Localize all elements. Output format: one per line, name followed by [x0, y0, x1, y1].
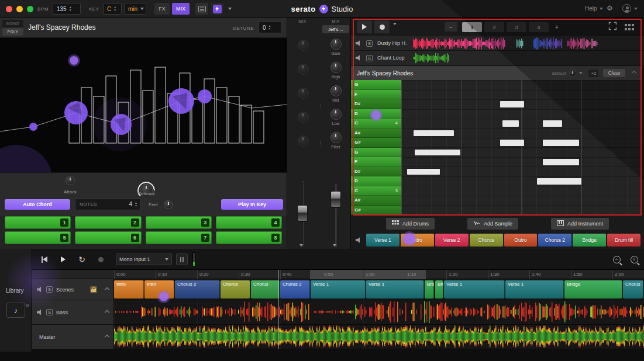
zoom-window-icon[interactable] — [27, 6, 33, 12]
midi-note[interactable] — [543, 140, 579, 146]
midi-note[interactable] — [543, 120, 562, 127]
pack-dropdown[interactable] — [226, 3, 234, 15]
piano-key-g[interactable]: G — [351, 148, 401, 158]
mixer-knob-high[interactable] — [330, 62, 342, 73]
detune-value-box[interactable]: 0 ▲▼ — [259, 22, 282, 33]
bar-length-button-2[interactable]: 2 — [484, 22, 504, 32]
mixer-strip2-channel-name[interactable]: Jeff's ... — [322, 25, 349, 33]
mixer-knob[interactable] — [298, 88, 309, 99]
collapse-chevron-icon[interactable] — [105, 287, 109, 291]
piano-key-f[interactable]: F — [351, 157, 401, 167]
instrument-pad-2[interactable]: 2 — [75, 216, 141, 229]
piano-roll-grid[interactable] — [401, 80, 642, 215]
piano-key-d-[interactable]: D# — [351, 167, 401, 177]
notes-count-box[interactable]: NOTES 4 ▲▼ — [75, 198, 140, 210]
instrument-pad-8[interactable]: 8 — [216, 231, 282, 244]
strip2-fader[interactable] — [331, 192, 340, 207]
gear-icon[interactable]: ⚙ — [607, 4, 613, 12]
input-source-dropdown[interactable]: Mono Input 1 — [116, 254, 172, 265]
lock-icon[interactable] — [90, 286, 97, 293]
key-stepper[interactable]: ▲▼ — [113, 6, 116, 12]
mixer-knob-mid[interactable] — [330, 85, 342, 96]
midi-note[interactable] — [502, 120, 519, 127]
strip1-fader[interactable] — [298, 206, 307, 221]
piano-key-a-[interactable]: A# — [351, 129, 401, 138]
midi-note[interactable] — [500, 101, 524, 107]
timeline-scene-block-intro[interactable]: Intro — [114, 280, 144, 298]
bpm-value-box[interactable]: 135 ▲▼ — [53, 3, 81, 15]
scene-button-chorus-2[interactable]: Chorus 2 — [538, 234, 571, 247]
piano-key-a-[interactable]: A# — [351, 196, 401, 206]
track-row-dusty[interactable]: S Dusty Hip H... — [351, 36, 644, 51]
scene-button-chorus[interactable]: Chorus — [470, 234, 503, 247]
bass-track-content[interactable] — [114, 300, 644, 325]
collapse-chevron-icon[interactable] — [105, 310, 109, 314]
mixer-knob[interactable] — [298, 136, 309, 147]
midi-note[interactable] — [414, 130, 454, 137]
feel-knob[interactable] — [164, 200, 173, 209]
piano-key-c4[interactable]: C4 — [351, 119, 401, 129]
instrument-pad-7[interactable]: 7 — [146, 231, 212, 244]
dusty-waveform[interactable] — [413, 37, 644, 50]
timeline-scene-block-verse-1[interactable]: Verse 1 — [505, 280, 564, 298]
sound-pack-button[interactable] — [211, 3, 223, 15]
detune-stepper[interactable]: ▲▼ — [268, 25, 271, 30]
piano-key-c3[interactable]: C3 — [351, 186, 401, 196]
arranger-record-button[interactable] — [374, 20, 390, 33]
midi-note[interactable] — [500, 140, 524, 146]
piano-key-g-[interactable]: G# — [351, 206, 401, 216]
midi-note[interactable] — [415, 150, 460, 156]
timeline-scene-block-chorus[interactable]: Chorus — [623, 280, 643, 298]
collapse-chevron-icon[interactable] — [632, 71, 636, 75]
auto-chord-button[interactable]: Auto Chord — [5, 199, 70, 210]
speaker-icon[interactable] — [37, 287, 43, 293]
record-options-dropdown[interactable] — [393, 25, 397, 36]
add-instrument-button[interactable]: Add Instrument — [551, 218, 609, 230]
midi-note[interactable] — [407, 169, 439, 175]
timeline-scene-block-chorus[interactable]: Chorus — [251, 280, 280, 298]
timeline-scene-block-chorus-2[interactable]: Chorus 2 — [280, 280, 310, 298]
fullscreen-icon[interactable] — [608, 22, 617, 33]
timeline-scene-block-bridge[interactable]: Bridge — [435, 280, 443, 298]
instrument-pad-5[interactable]: 5 — [5, 231, 71, 244]
mixer-knob[interactable] — [298, 112, 309, 123]
drum-machine-icon[interactable] — [625, 23, 634, 33]
scenes-track-header[interactable]: S Scenes — [32, 279, 114, 300]
bar-length-button-4[interactable]: 4 — [529, 22, 549, 32]
piano-key-g[interactable]: G — [351, 80, 401, 90]
timeline-ruler[interactable]: 0:000:100:200:300:400:501:001:101:201:30… — [32, 270, 644, 279]
instrument-pad-6[interactable]: 6 — [75, 231, 141, 244]
clear-button[interactable]: Clear — [603, 69, 625, 77]
scene-button-verse-2[interactable]: Verse 2 — [435, 234, 469, 247]
track-row-chant[interactable]: S Chant Loop — [351, 51, 644, 65]
scene-button-verse-1[interactable]: Verse 1 — [366, 234, 400, 247]
master-track-header[interactable]: Master — [32, 325, 114, 349]
bar-length-button-1[interactable]: 1 — [462, 22, 482, 32]
add-sample-button[interactable]: Add Sample — [467, 218, 518, 230]
chevron-down-icon[interactable] — [579, 72, 583, 74]
monitor-button[interactable] — [176, 254, 188, 265]
account-menu[interactable] — [622, 4, 638, 13]
bpm-stepper[interactable]: ▲▼ — [69, 6, 72, 12]
mixer-knob[interactable] — [298, 40, 309, 51]
instrument-pad-4[interactable]: 4 — [216, 216, 282, 229]
piano-key-d-[interactable]: D# — [351, 99, 401, 109]
timeline-scene-block-chorus[interactable]: Chorus — [221, 280, 250, 298]
master-track-content[interactable] — [114, 325, 644, 349]
music-note-icon[interactable]: ♪ — [6, 303, 25, 318]
timeline-scene-block-verse-1[interactable]: Verse 1 — [311, 280, 366, 298]
notes-stepper[interactable]: ▲▼ — [135, 202, 137, 207]
timeline-play-button[interactable] — [56, 252, 71, 267]
close-window-icon[interactable] — [6, 6, 12, 12]
midi-note[interactable] — [543, 159, 579, 165]
mono-toggle[interactable]: MONO — [2, 20, 23, 27]
scenes-track-content[interactable]: IntroIntroChorus 2ChorusChorusChorus 2Ve… — [114, 279, 644, 300]
help-menu[interactable]: Help — [585, 5, 603, 12]
scene-button-outro[interactable]: Outro — [504, 234, 538, 247]
add-bar-button[interactable]: + — [551, 22, 563, 32]
expand-library-chevron[interactable]: » — [26, 301, 29, 308]
mix-button[interactable]: MIX — [172, 3, 190, 15]
speaker-icon[interactable] — [356, 40, 361, 46]
fx-button[interactable]: FX — [154, 3, 170, 15]
collapse-chevron-icon[interactable] — [105, 334, 109, 339]
